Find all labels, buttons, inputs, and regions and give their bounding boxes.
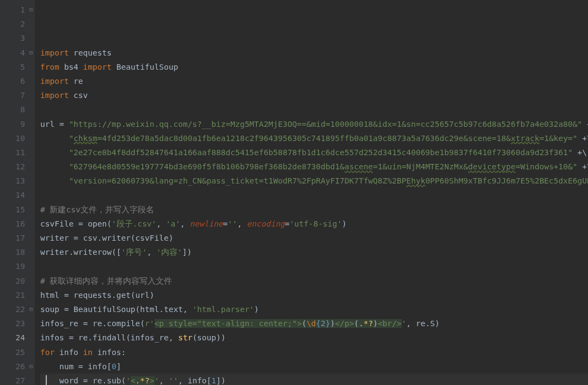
line-number: 1 [5,3,25,17]
code-line[interactable]: for info in infos: [40,345,588,359]
line-number: 27 [5,374,25,385]
code-line[interactable]: "chksm=4fd253de78a5dac8d00a1fb6ea1218c2f… [40,131,588,145]
code-line[interactable]: writer = csv.writer(csvFile) [40,231,588,245]
code-line[interactable]: "2e27ce8b4f8ddf52847641a166aaf888dc5415e… [40,145,588,160]
code-line[interactable]: import requests [40,46,588,60]
fold-marker-icon[interactable]: ⊟ [27,50,33,56]
line-number: 25 [5,345,25,359]
line-number: 7 [5,88,25,102]
code-line[interactable]: html = requests.get(url) [40,288,588,302]
code-line[interactable]: from bs4 import BeautifulSoup [40,60,588,74]
code-line[interactable]: import re [40,74,588,88]
code-area[interactable]: import requestsfrom bs4 import Beautiful… [35,0,588,385]
line-number: 26 [5,359,25,374]
line-number: 8 [5,102,25,117]
line-number: 11 [5,145,25,160]
line-number: 3 [5,31,25,45]
line-number: 5 [5,60,25,74]
code-line[interactable] [40,259,588,273]
line-number: 4 [5,46,25,60]
code-line[interactable]: infos_re = re.compile(r'<p style="text-a… [40,316,588,331]
line-number: 24 [5,331,25,345]
line-number: 12 [5,160,25,174]
line-number: 6 [5,74,25,88]
fold-marker-icon[interactable]: ⊟ [27,7,33,13]
line-number-gutter: 1234567891011121314151617181920212223242… [0,0,35,385]
code-line[interactable]: word = re.sub('<.*?>', '', info[1]) [40,374,588,385]
line-number: 21 [5,288,25,302]
line-number: 9 [5,117,25,131]
line-number: 18 [5,245,25,259]
line-number: 13 [5,174,25,188]
code-line[interactable]: num = info[0] [40,359,588,374]
code-line[interactable] [40,188,588,202]
line-number: 22 [5,302,25,316]
code-editor[interactable]: 1234567891011121314151617181920212223242… [0,0,588,385]
line-number: 19 [5,259,25,273]
code-line[interactable]: csvFile = open('段子.csv', 'a', newline=''… [40,217,588,231]
code-line[interactable]: "627964e8d0559e197774bd3e690f5f8b106b798… [40,160,588,174]
code-line[interactable]: "version=62060739&lang=zh_CN&pass_ticket… [40,174,588,188]
text-caret [46,375,47,385]
line-number: 20 [5,274,25,288]
code-line[interactable] [40,102,588,117]
code-line[interactable]: # 新建csv文件，并写入字段名 [40,203,588,217]
fold-marker-icon[interactable]: ⊟ [27,364,33,369]
code-line[interactable]: import csv [40,88,588,102]
code-line[interactable]: # 获取详细内容，并将内容写入文件 [40,274,588,288]
code-line[interactable]: url = "https://mp.weixin.qq.com/s?__biz=… [40,117,588,131]
line-number: 15 [5,203,25,217]
line-number: 2 [5,17,25,31]
line-number: 10 [5,131,25,145]
line-number: 16 [5,217,25,231]
line-number: 14 [5,188,25,202]
fold-marker-icon[interactable]: ⊟ [27,307,33,312]
line-number: 23 [5,316,25,331]
code-line[interactable]: infos = re.findall(infos_re, str(soup)) [40,331,588,345]
code-line[interactable]: soup = BeautifulSoup(html.text, 'html.pa… [40,302,588,316]
line-number: 17 [5,231,25,245]
code-line[interactable]: writer.writerow(['序号', '内容']) [40,245,588,259]
